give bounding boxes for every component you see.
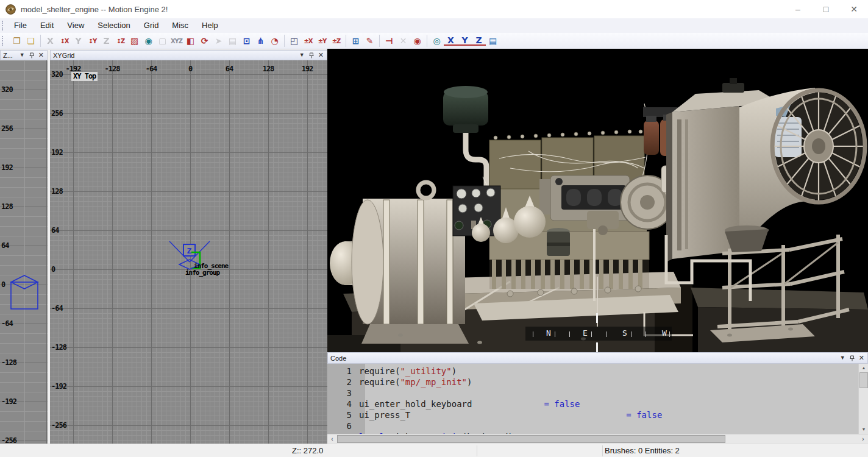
scroll-right-icon[interactable]: › [858,434,868,444]
grid-settings-icon[interactable]: ⊞ [349,35,363,47]
compass-tick [669,331,670,337]
camera-orbit-icon[interactable]: ◎ [430,35,444,47]
orbit-tool-icon[interactable]: ◔ [268,35,282,47]
texture-lock-icon[interactable]: ▤ [226,35,240,47]
code-token: ) [452,366,457,376]
code-panel-header: Code ▼ ✕ [327,352,868,364]
import-file-icon[interactable]: ❏ [24,35,38,47]
ruler-label: 64 [51,226,59,235]
code-token: ui_press_T [359,410,410,420]
horizontal-scroll-thumb[interactable] [337,435,725,443]
close-icon[interactable]: ✕ [318,52,324,58]
scroll-down-icon[interactable]: ▼ [859,425,868,434]
view-type-label: XY Top [71,72,98,81]
code-line[interactable]: 2require("mp/_mp_init") [327,377,848,388]
xy-panel-title: XYGrid [51,52,299,59]
swap-views-icon[interactable]: ◰ [287,35,301,47]
mouse-mode-icon[interactable]: ◉ [141,35,155,47]
chevron-down-icon[interactable]: ▼ [299,52,305,58]
texture-type-icon[interactable]: ▨ [127,35,141,47]
pin-icon[interactable] [309,52,314,58]
z-selection-box [9,274,40,311]
compass-tick [631,331,631,337]
menu-item-edit[interactable]: Edit [34,18,60,33]
code-token: = [544,399,554,409]
close-button[interactable]: ✕ [840,0,868,18]
maximize-button[interactable]: □ [812,0,840,18]
ruler-label: 0 [51,265,55,274]
marquee-select-icon[interactable]: ▢ [155,35,169,47]
translate-z-icon[interactable]: ↕Z [113,35,127,47]
mirror-x-icon[interactable]: X [43,35,57,47]
code-line[interactable]: 6 [327,420,848,431]
minimize-button[interactable]: – [784,0,812,18]
menu-item-help[interactable]: Help [195,18,225,33]
horizontal-scrollbar[interactable]: ‹ › [327,434,868,444]
ruler-label: 320 [51,70,63,79]
toolbar-group: ◎XYZ▤ [427,35,502,47]
mirror-z-icon[interactable]: Z [99,35,113,47]
menu-grip[interactable] [2,21,4,30]
line-number: 6 [327,420,359,431]
place-entity-icon[interactable]: ➤ [212,35,226,47]
clamp-z-icon[interactable]: ±Z [329,35,343,47]
chevron-down-icon[interactable]: ▼ [20,52,25,58]
mirror-y-icon[interactable]: Y [71,35,85,47]
view-x-icon[interactable]: X [444,36,458,46]
open-file-icon[interactable]: ❐ [10,35,24,47]
axes-xyz-icon[interactable]: XYZ [169,35,183,47]
vertical-scroll-thumb[interactable] [859,372,868,388]
code-line[interactable]: 1require("_utility") [327,366,848,377]
viewport-3d[interactable]: NESW [327,49,868,352]
toolbar-group: ⊣✕◉ [380,35,427,47]
ruler-label: 256 [1,124,13,133]
code-editor[interactable]: 1require("_utility")2require("mp/_mp_ini… [327,364,868,434]
view-z-icon[interactable]: Z [472,36,486,46]
paint-brush-icon[interactable]: ✎ [363,35,377,47]
align-tool-icon[interactable]: ⊣ [382,35,396,47]
xy-grid-view[interactable]: -192-128-64064128192 320256192128640-64-… [50,60,327,444]
rotate-tool-icon[interactable]: ⟳ [197,35,212,47]
compass-direction-n: N [546,328,551,338]
vertical-scrollbar[interactable]: ▲ ▼ [858,364,868,434]
compass-tick [591,331,592,337]
compass-tick [533,331,533,337]
code-line[interactable]: 4ui_enter_hold_keyboard = false [327,399,848,409]
pin-icon[interactable] [29,52,34,58]
clamp-x-icon[interactable]: ±X [301,35,315,47]
translate-y-icon[interactable]: ↕Y [85,35,99,47]
rotate-view-icon[interactable]: ◉ [410,35,424,47]
code-line[interactable]: 3 [327,388,848,399]
menu-item-misc[interactable]: Misc [165,18,195,33]
close-icon[interactable]: ✕ [38,52,44,58]
menu-item-grid[interactable]: Grid [137,18,166,33]
code-token: false [554,399,580,409]
toolbar-grip[interactable] [2,36,4,46]
line-number: 5 [327,409,359,420]
menu-item-view[interactable]: View [60,18,91,33]
translate-x-icon[interactable]: ↕X [57,35,71,47]
chevron-down-icon[interactable]: ▼ [840,355,845,361]
script-list-icon[interactable]: ▤ [486,35,500,47]
texture-cube-icon[interactable]: ◧ [183,35,197,47]
line-number: 1 [327,366,359,377]
menu-item-file[interactable]: File [7,18,34,33]
code-line[interactable]: 5ui_press_T = false [327,409,848,420]
scroll-left-icon[interactable]: ‹ [327,434,337,444]
clamp-y-icon[interactable]: ±Y [315,35,329,47]
scroll-up-icon[interactable]: ▲ [859,364,868,372]
ruler-label: 128 [263,65,274,73]
compass-tick [645,331,646,337]
view-y-icon[interactable]: Y [458,36,472,46]
node-tool-icon[interactable]: ⊡ [240,35,254,47]
close-icon[interactable]: ✕ [859,355,864,361]
ruler-label: -128 [1,358,16,367]
window-title: model_shelter_engine -- Motion Engine 2! [21,5,168,14]
connect-tool-icon[interactable]: ⋔ [254,35,268,47]
compass-center-marker [596,342,598,352]
menu-item-selection[interactable]: Selection [91,18,137,33]
z-ruler-view[interactable]: 320256192128640-64-128-192-256 [0,60,48,444]
pin-icon[interactable] [850,355,855,361]
line-number: 3 [327,388,359,399]
clear-selection-icon[interactable]: ✕ [396,35,410,47]
